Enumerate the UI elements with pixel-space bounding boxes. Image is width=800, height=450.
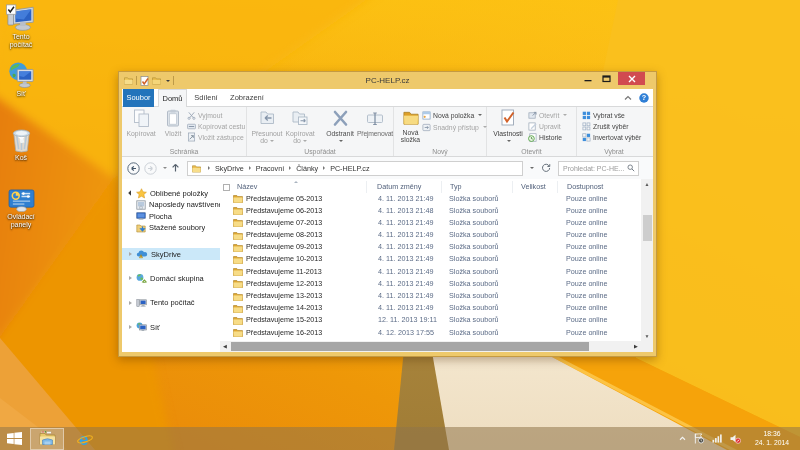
scroll-down-icon[interactable]: ▼ [641,331,653,341]
folder-icon [233,328,243,337]
breadcrumb-pchelp[interactable]: PC-HELP.cz [330,164,369,173]
column-header-size[interactable]: Velikost [513,181,558,193]
refresh-icon[interactable] [541,163,551,173]
file-date: 12. 11. 2013 19:11 [378,314,448,326]
properties-button[interactable]: Vlastnosti [491,109,525,145]
select-none-button[interactable]: Zrušit výběr [582,121,629,131]
horizontal-scroll-thumb[interactable] [231,342,589,351]
nav-desktop[interactable]: Plocha [122,210,220,222]
move-to-icon [258,109,276,128]
title-bar[interactable]: PC-HELP.cz [119,72,656,89]
desktop-icon-network[interactable]: Síť [2,62,40,98]
explorer-window: PC-HELP.cz Soubor Domů Sdílení Zobrazení [118,71,657,357]
column-header-availability[interactable]: Dostupnost [558,181,619,193]
file-row[interactable]: Představujeme 08-2013 4. 11. 2013 21:49 … [220,229,641,241]
scroll-left-icon[interactable]: ◀ [220,341,230,352]
copy-path-button[interactable]: Kopírovat cestu [187,121,245,131]
close-button[interactable] [618,72,645,85]
network-status-icon[interactable] [712,434,722,443]
easy-access-button[interactable]: Snadný přístup [422,122,487,132]
file-row[interactable]: Představujeme 10-2013 4. 11. 2013 21:49 … [220,253,641,265]
taskbar-explorer-button[interactable] [30,428,64,450]
action-center-flag-icon[interactable] [694,433,704,444]
select-all-checkbox[interactable] [223,184,230,191]
address-dropdown-icon[interactable] [530,167,534,169]
column-header-type[interactable]: Typ [442,181,513,193]
breadcrumb-pracovni[interactable]: Pracovní [256,164,284,173]
file-row[interactable]: Představujeme 15-2013 12. 11. 2013 19:11… [220,314,641,326]
nav-recent-places[interactable]: Naposledy navštívené [122,199,220,211]
search-icon[interactable] [627,164,635,172]
cut-button[interactable]: Vyjmout [187,110,222,120]
desktop-icon-this-pc[interactable]: Tento počítač [2,4,40,48]
breadcrumb-chevron-icon [208,166,210,170]
start-button[interactable] [0,427,29,450]
search-box[interactable]: Prohledat: PC-HE... [558,161,639,176]
folder-icon [233,231,243,240]
breadcrumb-clanky[interactable]: Články [296,164,318,173]
file-row[interactable]: Představujeme 06-2013 4. 11. 2013 21:48 … [220,205,641,217]
up-button[interactable] [171,163,180,173]
collapse-icon[interactable] [128,190,134,196]
nav-favorites[interactable]: Oblíbené položky [122,187,220,199]
vertical-scroll-thumb[interactable] [643,215,652,241]
taskbar-clock[interactable]: 18:36 24. 1. 2014 [749,430,795,447]
back-button[interactable] [127,162,140,175]
volume-muted-icon[interactable] [730,434,741,444]
help-icon[interactable]: ? [639,93,649,103]
tab-view[interactable]: Zobrazení [227,89,267,107]
expand-icon[interactable] [129,301,132,305]
rename-button[interactable]: Přejmenovat [356,109,394,137]
select-all-button[interactable]: Vybrat vše [582,110,625,120]
history-button[interactable]: Historie [528,132,562,142]
expand-icon[interactable] [129,252,132,256]
paste-shortcut-button[interactable]: Vložit zástupce [187,132,244,142]
file-availability: Pouze online [566,217,626,229]
address-box[interactable]: SkyDrive Pracovní Články PC-HELP.cz [187,161,523,176]
tab-file[interactable]: Soubor [123,89,154,107]
scroll-up-icon[interactable]: ▲ [641,179,653,189]
new-item-button[interactable]: Nová položka [422,110,482,120]
open-button[interactable]: Otevřít [528,110,567,120]
maximize-button[interactable] [597,72,616,85]
file-row[interactable]: Představujeme 14-2013 4. 11. 2013 21:49 … [220,302,641,314]
breadcrumb-skydrive[interactable]: SkyDrive [215,164,244,173]
desktop-icon-control-panel[interactable]: Ovládací panely [2,189,40,228]
delete-button[interactable]: Odstranit [323,109,357,145]
minimize-ribbon-icon[interactable] [624,95,632,101]
copy-button[interactable]: Kopírovat [123,109,159,137]
expand-icon[interactable] [129,276,132,280]
nav-skydrive[interactable]: SkyDrive [122,248,220,260]
file-row[interactable]: Představujeme 07-2013 4. 11. 2013 21:49 … [220,217,641,229]
file-row[interactable]: Představujeme 12-2013 4. 11. 2013 21:49 … [220,278,641,290]
invert-selection-icon [582,133,591,142]
column-header-date[interactable]: Datum změny [367,181,442,193]
tab-home[interactable]: Domů [158,89,187,107]
invert-selection-button[interactable]: Invertovat výběr [582,132,641,142]
nav-homegroup[interactable]: Domácí skupina [122,272,220,284]
forward-button[interactable] [144,162,157,175]
horizontal-scrollbar[interactable]: ◀ ▶ [220,341,641,352]
file-row[interactable]: Představujeme 11-2013 4. 11. 2013 21:49 … [220,266,641,278]
paste-button[interactable]: Vložit [161,109,185,137]
column-header-name[interactable]: Název [232,181,367,193]
scroll-right-icon[interactable]: ▶ [631,341,641,352]
show-hidden-icons-button[interactable] [679,436,686,441]
copy-to-button[interactable]: Kopírovat do [283,109,317,145]
file-row[interactable]: Představujeme 16-2013 4. 12. 2013 17:55 … [220,327,641,339]
minimize-button[interactable] [578,72,597,85]
recent-locations-dropdown-icon[interactable] [163,167,167,169]
nav-network[interactable]: Síť [122,321,220,333]
nav-this-pc[interactable]: Tento počítač [122,297,220,309]
taskbar-ie-button[interactable]: e [68,428,102,450]
file-row[interactable]: Představujeme 05-2013 4. 11. 2013 21:49 … [220,193,641,205]
tab-share[interactable]: Sdílení [190,89,222,107]
nav-downloads[interactable]: Stažené soubory [122,222,220,234]
file-row[interactable]: Představujeme 13-2013 4. 11. 2013 21:49 … [220,290,641,302]
expand-icon[interactable] [129,325,132,329]
edit-button[interactable]: Upravit [528,121,561,131]
desktop-icon-recycle-bin[interactable]: Koš [2,126,40,162]
move-to-button[interactable]: Přesunout do [250,109,284,145]
vertical-scrollbar[interactable]: ▲ ▼ [641,179,653,352]
file-row[interactable]: Představujeme 09-2013 4. 11. 2013 21:49 … [220,241,641,253]
